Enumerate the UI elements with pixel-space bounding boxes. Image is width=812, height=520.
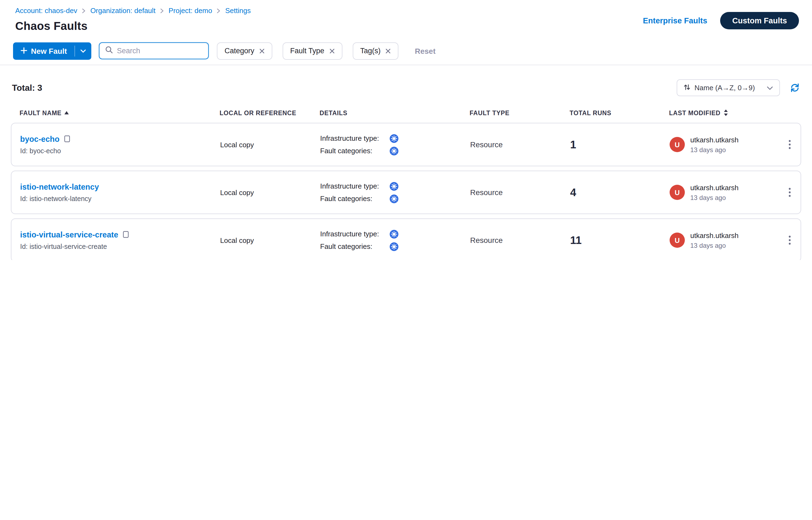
total-count-label: Total: 3	[12, 83, 42, 93]
refresh-button[interactable]	[789, 81, 801, 94]
column-label: DETAILS	[320, 109, 347, 116]
chaos-faults-page: Account: chaos-dev Organization: default…	[0, 0, 812, 260]
close-icon[interactable]	[259, 48, 265, 54]
fault-name-cell: byoc-echo Id: byoc-echo	[20, 134, 220, 155]
enterprise-faults-link[interactable]: Enterprise Faults	[643, 16, 707, 25]
fault-name-link[interactable]: istio-virtual-service-create	[20, 230, 118, 239]
infrastructure-type-label: Infrastructure type:	[320, 182, 390, 190]
details-cell: Infrastructure type: Fault categories:	[320, 134, 470, 155]
column-header-fault-type: FAULT TYPE	[470, 109, 569, 116]
filter-category-label: Category	[225, 47, 254, 55]
search-box	[99, 43, 209, 59]
total-runs-cell: 4	[570, 186, 669, 199]
plus-icon	[21, 47, 27, 55]
document-icon	[64, 135, 70, 142]
avatar: U	[669, 185, 685, 200]
breadcrumb: Account: chaos-dev Organization: default…	[15, 6, 251, 15]
row-menu-button[interactable]	[778, 232, 801, 248]
kubernetes-icon	[390, 242, 398, 251]
new-fault-dropdown-button[interactable]	[75, 42, 91, 59]
sort-dropdown[interactable]: Name (A→Z, 0→9)	[677, 79, 780, 96]
filter-tags[interactable]: Tag(s)	[353, 42, 398, 59]
close-icon[interactable]	[329, 48, 334, 54]
page-header: Account: chaos-dev Organization: default…	[0, 0, 812, 37]
fault-id-label: Id: istio-virtual-service-create	[20, 243, 220, 250]
fault-categories-label: Fault categories:	[320, 194, 390, 203]
list-controls-right: Name (A→Z, 0→9)	[677, 79, 802, 96]
fault-id-label: Id: istio-network-latency	[20, 195, 220, 202]
column-header-details: DETAILS	[320, 109, 470, 116]
kebab-menu-icon	[788, 140, 790, 150]
details-cell: Infrastructure type: Fault categories:	[320, 182, 470, 203]
kubernetes-icon	[390, 147, 398, 155]
table-row[interactable]: istio-virtual-service-create Id: istio-v…	[11, 218, 801, 260]
chevron-right-icon	[160, 8, 164, 13]
column-label: TOTAL RUNS	[569, 109, 611, 116]
kubernetes-icon	[390, 230, 398, 238]
fault-type-cell: Resource	[470, 140, 570, 149]
main-content: Total: 3 Name (A→Z, 0→9) FAU	[0, 79, 812, 260]
table-header-row: FAULT NAME LOCAL OR REFERENCE DETAILS FA…	[11, 109, 801, 116]
kubernetes-icon	[390, 134, 398, 142]
modified-by-label: utkarsh.utkarsh	[690, 135, 739, 144]
modified-at-label: 13 days ago	[690, 194, 739, 201]
column-header-total-runs: TOTAL RUNS	[569, 109, 669, 116]
search-input[interactable]	[117, 47, 203, 55]
filter-category[interactable]: Category	[217, 42, 272, 59]
kubernetes-icon	[390, 194, 398, 203]
fault-type-cell: Resource	[470, 236, 570, 244]
table-row[interactable]: istio-network-latency Id: istio-network-…	[11, 171, 801, 214]
infrastructure-type-label: Infrastructure type:	[320, 134, 390, 142]
close-icon[interactable]	[385, 48, 391, 54]
fault-name-link[interactable]: istio-network-latency	[20, 182, 99, 191]
column-header-local-or-reference: LOCAL OR REFERENCE	[220, 109, 320, 116]
chevron-down-icon	[767, 84, 773, 92]
new-fault-label: New Fault	[31, 47, 67, 55]
chevron-down-icon	[80, 49, 86, 52]
header-left: Account: chaos-dev Organization: default…	[15, 6, 251, 33]
modified-at-label: 13 days ago	[690, 146, 739, 154]
reset-filters-button[interactable]: Reset	[415, 47, 435, 55]
breadcrumb-account-link[interactable]: Account: chaos-dev	[15, 6, 77, 15]
local-or-reference-cell: Local copy	[220, 140, 320, 149]
kebab-menu-icon	[788, 187, 790, 197]
breadcrumb-organization-link[interactable]: Organization: default	[90, 6, 155, 15]
total-runs-cell: 11	[570, 234, 669, 246]
fault-name-link[interactable]: byoc-echo	[20, 134, 59, 143]
row-menu-button[interactable]	[778, 136, 801, 153]
fault-name-cell: istio-virtual-service-create Id: istio-v…	[20, 230, 220, 250]
breadcrumb-settings-link[interactable]: Settings	[225, 6, 251, 15]
filter-fault-type[interactable]: Fault Type	[283, 42, 342, 59]
modified-by-label: utkarsh.utkarsh	[690, 183, 739, 191]
fault-categories-label: Fault categories:	[320, 242, 390, 251]
column-label: FAULT NAME	[20, 109, 62, 116]
column-label: LAST MODIFIED	[669, 109, 720, 116]
filter-fault-type-label: Fault Type	[290, 47, 325, 55]
column-header-last-modified[interactable]: LAST MODIFIED	[669, 109, 778, 116]
details-cell: Infrastructure type: Fault categories:	[320, 230, 470, 251]
search-icon	[105, 46, 113, 56]
sort-arrows-icon	[684, 83, 690, 92]
breadcrumb-project-link[interactable]: Project: demo	[169, 6, 212, 15]
total-runs-cell: 1	[570, 138, 669, 151]
last-modified-cell: U utkarsh.utkarsh 13 days ago	[669, 135, 778, 154]
modified-at-label: 13 days ago	[690, 241, 739, 249]
chevron-right-icon	[217, 8, 221, 13]
fault-categories-label: Fault categories:	[320, 147, 390, 155]
column-header-fault-name[interactable]: FAULT NAME	[20, 109, 220, 116]
document-icon	[123, 231, 129, 238]
modified-by-label: utkarsh.utkarsh	[690, 231, 739, 239]
infrastructure-type-label: Infrastructure type:	[320, 230, 390, 238]
local-or-reference-cell: Local copy	[220, 236, 320, 244]
new-fault-button[interactable]: New Fault	[13, 42, 74, 59]
fault-name-cell: istio-network-latency Id: istio-network-…	[20, 182, 220, 202]
custom-faults-button[interactable]: Custom Faults	[720, 12, 799, 29]
table-row[interactable]: byoc-echo Id: byoc-echo Local copy Infra…	[11, 123, 801, 166]
avatar: U	[669, 137, 685, 152]
filter-chips: Category Fault Type Tag(s)	[217, 42, 398, 59]
new-fault-split-button: New Fault	[13, 42, 91, 59]
last-modified-cell: U utkarsh.utkarsh 13 days ago	[669, 231, 778, 249]
row-menu-button[interactable]	[778, 184, 801, 201]
fault-type-cell: Resource	[470, 188, 570, 197]
page-title: Chaos Faults	[15, 20, 251, 33]
